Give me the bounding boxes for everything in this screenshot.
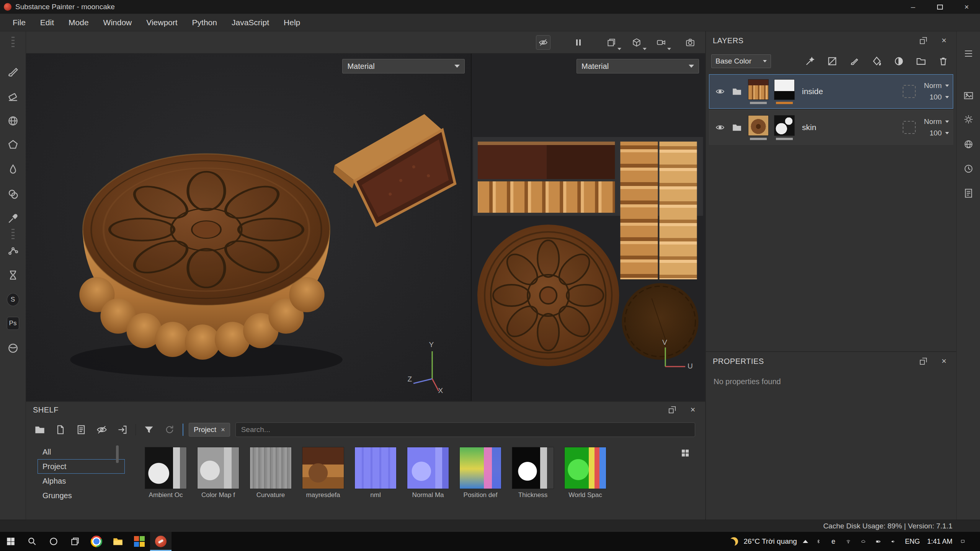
menu-item-javascript[interactable]: JavaScript: [224, 14, 276, 31]
shelf-asset[interactable]: Color Map f: [197, 447, 239, 499]
battery-icon[interactable]: [874, 537, 883, 546]
blend-mode-select[interactable]: Norm: [924, 117, 949, 126]
minimize-button[interactable]: –: [900, 0, 926, 14]
isolate-visibility-icon[interactable]: [536, 35, 550, 50]
shelf-category-all[interactable]: All: [38, 445, 125, 459]
add-paint-layer-icon[interactable]: [847, 54, 862, 69]
delete-layer-trash-icon[interactable]: [936, 54, 951, 69]
menu-item-help[interactable]: Help: [276, 14, 307, 31]
screenshot-camera-icon[interactable]: [683, 35, 697, 50]
particles-tool-icon[interactable]: [5, 242, 21, 259]
shelf-asset[interactable]: Position def: [459, 447, 501, 499]
task-view-icon[interactable]: [64, 532, 86, 551]
edge-tray-icon[interactable]: e: [829, 537, 838, 546]
opacity-select[interactable]: 100: [929, 93, 949, 101]
add-effect-icon[interactable]: [802, 54, 818, 69]
clone-tool-icon[interactable]: [5, 186, 21, 202]
onedrive-cloud-icon[interactable]: [859, 537, 868, 546]
blend-mode-select[interactable]: Norm: [924, 82, 949, 90]
display-settings-icon[interactable]: [960, 111, 977, 128]
shelf-asset[interactable]: mayresdefa: [302, 447, 344, 499]
panel-close-icon[interactable]: ×: [939, 356, 949, 367]
polygon-fill-tool-icon[interactable]: [5, 136, 21, 153]
viewport-3d[interactable]: Material Y Z X: [26, 54, 471, 401]
menu-item-viewport[interactable]: Viewport: [139, 14, 185, 31]
material-layers-dropdown-icon[interactable]: [604, 35, 619, 50]
menu-item-python[interactable]: Python: [185, 14, 224, 31]
substance-painter-taskbar-icon[interactable]: [150, 532, 172, 551]
shelf-asset[interactable]: nml: [354, 447, 397, 499]
action-center-icon[interactable]: [958, 537, 967, 546]
layer-thumbnail[interactable]: [748, 115, 769, 136]
shelf-asset[interactable]: Curvature: [250, 447, 292, 499]
filter-funnel-icon[interactable]: [141, 422, 157, 437]
dock-handle[interactable]: [11, 37, 15, 48]
3d-navigation-gizmo[interactable]: Y Z X: [407, 341, 457, 394]
add-group-folder-icon[interactable]: [913, 54, 929, 69]
layer-name[interactable]: inside: [802, 87, 900, 96]
layer-row-skin[interactable]: skin Norm 100: [709, 110, 953, 145]
menu-item-window[interactable]: Window: [96, 14, 139, 31]
material-mode-icon[interactable]: [903, 85, 916, 98]
panel-close-icon[interactable]: ×: [939, 35, 949, 46]
grid-view-icon[interactable]: [678, 446, 692, 460]
panel-float-icon[interactable]: [667, 404, 678, 415]
layer-row-inside[interactable]: inside Norm 100: [709, 74, 953, 109]
layer-mask-thumbnail[interactable]: [774, 79, 795, 100]
menu-item-mode[interactable]: Mode: [61, 14, 96, 31]
channel-select[interactable]: Base Color: [711, 54, 771, 68]
add-fill-layer-icon[interactable]: [825, 54, 840, 69]
filter-tag-project[interactable]: Project ×: [189, 423, 230, 437]
history-panel-icon[interactable]: [960, 160, 977, 177]
shelf-category-grunges[interactable]: Grunges: [38, 488, 125, 503]
maximize-button[interactable]: [926, 0, 953, 14]
menu-item-file[interactable]: File: [5, 14, 33, 31]
shelf-category-alphas[interactable]: Alphas: [38, 474, 125, 488]
search-input[interactable]: [235, 422, 695, 437]
clock[interactable]: 1:41 AM: [927, 538, 952, 546]
geometry-cube-dropdown-icon[interactable]: [629, 35, 644, 50]
cortana-icon[interactable]: [43, 532, 64, 551]
close-button[interactable]: ×: [953, 0, 980, 14]
grid-app-icon[interactable]: [129, 532, 150, 551]
refresh-shelf-icon[interactable]: [162, 422, 177, 437]
wifi-icon[interactable]: [844, 537, 853, 546]
start-button[interactable]: [0, 532, 21, 551]
camera-video-dropdown-icon[interactable]: [654, 35, 668, 50]
shading-mode-select-2d[interactable]: Material: [577, 59, 699, 73]
smart-material-icon[interactable]: [891, 54, 906, 69]
file-explorer-icon[interactable]: [107, 532, 129, 551]
material-picker-tool-icon[interactable]: [5, 210, 21, 227]
new-resource-icon[interactable]: [53, 422, 68, 437]
visibility-eye-icon[interactable]: [713, 86, 727, 97]
shelf-folder-icon[interactable]: [32, 422, 47, 437]
document-list-icon[interactable]: [74, 422, 89, 437]
texture-set-settings-icon[interactable]: [960, 87, 977, 104]
shelf-category-project[interactable]: Project: [38, 459, 125, 474]
photoshop-export-icon[interactable]: Ps: [5, 315, 21, 332]
smudge-tool-icon[interactable]: [5, 161, 21, 178]
speaker-icon[interactable]: [889, 537, 898, 546]
category-scrollbar[interactable]: [116, 445, 119, 463]
shelf-asset[interactable]: World Spac: [564, 447, 606, 499]
shelf-asset[interactable]: Ambient Oc: [145, 447, 187, 499]
panel-float-icon[interactable]: [918, 356, 929, 367]
remove-tag-icon[interactable]: ×: [221, 426, 225, 434]
bluetooth-icon[interactable]: [814, 537, 823, 546]
eraser-tool-icon[interactable]: [5, 88, 21, 105]
chrome-taskbar-icon[interactable]: [86, 532, 107, 551]
visibility-eye-icon[interactable]: [713, 122, 727, 133]
pause-engine-icon[interactable]: [571, 35, 586, 50]
paint-brush-tool-icon[interactable]: [5, 63, 21, 80]
hide-resources-icon[interactable]: [94, 422, 109, 437]
opacity-select[interactable]: 100: [929, 129, 949, 137]
tray-expand-chevron-icon[interactable]: [803, 540, 808, 543]
substance-source-icon[interactable]: S: [5, 291, 21, 308]
panel-close-icon[interactable]: ×: [688, 404, 698, 415]
taskbar-search-icon[interactable]: [21, 532, 43, 551]
shelf-asset[interactable]: Thickness: [512, 447, 554, 499]
layer-name[interactable]: skin: [802, 123, 900, 132]
language-indicator[interactable]: ENG: [903, 538, 921, 546]
panel-float-icon[interactable]: [918, 35, 929, 46]
projection-tool-icon[interactable]: [5, 112, 21, 129]
